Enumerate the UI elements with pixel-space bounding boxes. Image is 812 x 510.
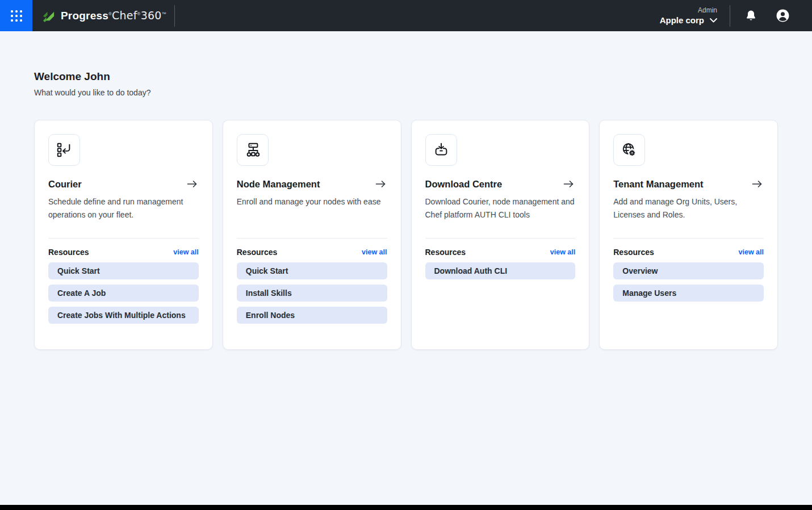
card-separator xyxy=(613,238,764,239)
resources-label: Resources xyxy=(237,248,278,257)
view-all-link[interactable]: view all xyxy=(550,248,575,256)
user-avatar-icon xyxy=(776,9,790,23)
card-open-arrow-icon[interactable] xyxy=(751,179,764,189)
card-separator xyxy=(48,238,199,239)
card-description: Schedule define and run management opera… xyxy=(48,195,199,235)
card-download-centre: Download Centre Download Courier, node m… xyxy=(411,120,590,350)
card-icon-box xyxy=(237,134,269,166)
card-node-management: Node Management Enroll and manage your n… xyxy=(223,120,401,350)
resource-link[interactable]: Download Auth CLI xyxy=(425,262,576,279)
card-open-arrow-icon[interactable] xyxy=(562,179,575,189)
bell-icon xyxy=(745,10,757,22)
bottom-bar xyxy=(0,505,812,510)
brand-logo: Progress®Chef®360™ xyxy=(32,0,174,31)
resources-label: Resources xyxy=(613,248,654,257)
brand-wordmark: Progress®Chef®360™ xyxy=(61,9,166,22)
tenant-name-label: Apple corp xyxy=(660,15,704,26)
resource-link[interactable]: Enroll Nodes xyxy=(237,307,387,324)
user-menu-button[interactable] xyxy=(767,0,798,31)
card-open-arrow-icon[interactable] xyxy=(186,179,199,189)
resources-label: Resources xyxy=(425,248,466,257)
module-cards: Courier Schedule define and run manageme… xyxy=(34,120,778,350)
card-description: Download Courier, node management and Ch… xyxy=(425,195,576,235)
resource-link[interactable]: Install Skills xyxy=(237,285,387,302)
card-title: Download Centre xyxy=(425,178,503,190)
card-title: Courier xyxy=(48,178,82,190)
chevron-down-icon xyxy=(710,18,717,23)
card-tenant-management: Tenant Management Add and manage Org Uni… xyxy=(599,120,778,350)
resource-link[interactable]: Quick Start xyxy=(48,262,199,279)
card-title: Node Management xyxy=(237,178,320,190)
download-centre-icon xyxy=(433,141,450,158)
app-launcher-button[interactable] xyxy=(0,0,32,31)
page-subtitle: What would you like to do today? xyxy=(34,87,778,98)
resource-link[interactable]: Quick Start xyxy=(237,262,387,279)
courier-icon xyxy=(56,141,73,158)
card-icon-box xyxy=(48,134,80,166)
tenant-role-label: Admin xyxy=(698,6,717,15)
main-content: Welcome John What would you like to do t… xyxy=(0,31,812,505)
card-separator xyxy=(237,238,387,239)
card-description: Enroll and manage your nodes with ease xyxy=(237,195,387,235)
tenant-dropdown[interactable]: Admin Apple corp xyxy=(660,0,717,31)
view-all-link[interactable]: view all xyxy=(739,248,764,256)
card-open-arrow-icon[interactable] xyxy=(374,179,387,189)
app-grid-icon xyxy=(11,10,22,22)
view-all-link[interactable]: view all xyxy=(362,248,387,256)
top-bar: Progress®Chef®360™ Admin Apple corp xyxy=(0,0,812,31)
header-divider xyxy=(730,5,730,27)
card-separator xyxy=(425,238,576,239)
card-title: Tenant Management xyxy=(613,178,703,190)
resources-label: Resources xyxy=(48,248,89,257)
progress-chevron-icon xyxy=(41,9,56,23)
card-icon-box xyxy=(613,134,645,166)
card-description: Add and manage Org Units, Users, License… xyxy=(613,195,764,235)
node-management-icon xyxy=(244,141,261,158)
card-icon-box xyxy=(425,134,457,166)
page-title: Welcome John xyxy=(34,70,778,83)
card-courier: Courier Schedule define and run manageme… xyxy=(34,120,213,350)
resource-link[interactable]: Create Jobs With Multiple Actions xyxy=(48,307,199,324)
view-all-link[interactable]: view all xyxy=(173,248,198,256)
resource-link[interactable]: Overview xyxy=(613,262,764,279)
resource-link[interactable]: Create A Job xyxy=(48,285,199,302)
resource-link[interactable]: Manage Users xyxy=(613,285,764,302)
tenant-management-icon xyxy=(621,141,638,158)
notifications-button[interactable] xyxy=(735,0,767,31)
